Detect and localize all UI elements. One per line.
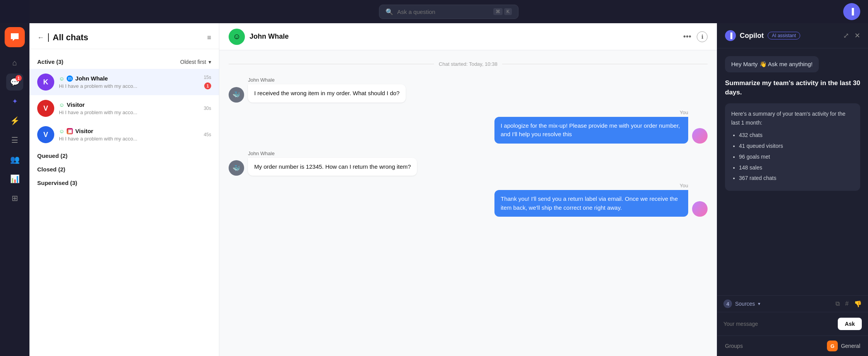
avatar: 🐳 (229, 87, 244, 103)
supervised-section-label: Supervised (3) (37, 180, 77, 186)
list-item: 41 queued visitors (739, 142, 854, 151)
chat-window: ☺ John Whale ••• ℹ Chat started: Today, … (219, 23, 717, 356)
home-icon: ⌂ (12, 58, 17, 67)
response-list: 432 chats 41 queued visitors 96 goals me… (731, 131, 854, 183)
filter-icon[interactable]: ≡ (207, 34, 211, 42)
search-bar[interactable]: 🔍 ⌘ K (379, 5, 518, 19)
copy-icon[interactable]: ⧉ (835, 300, 840, 307)
search-input[interactable] (397, 9, 489, 15)
groups-label: Groups (725, 343, 743, 349)
copilot-header: ▐ Copilot AI assistant ⤢ ✕ (717, 23, 868, 48)
instagram-icon: ▣ (67, 128, 73, 134)
message-bubble: I received the wrong item in my order. W… (248, 84, 406, 103)
chat-time: 15s (204, 75, 211, 80)
chat-list-title: All chats (53, 33, 88, 43)
list-item: 432 chats (739, 131, 854, 140)
message-bubble: My order number is 12345. How can I retu… (248, 158, 417, 176)
copilot-title: Copilot (740, 32, 764, 40)
sources-bar: 4 Sources ▾ ⧉ # 👎 (717, 295, 868, 312)
message-row: You I apologize for the mix-up! Please p… (229, 110, 708, 144)
ask-button[interactable]: Ask (838, 318, 862, 330)
avatar: V (37, 126, 54, 143)
magic-icon: ✦ (12, 97, 18, 106)
closed-section-label: Closed (2) (37, 166, 65, 173)
chat-preview: Hi I have a problem with my acco... (59, 136, 199, 142)
general-badge: G (827, 341, 838, 351)
copilot-input-area: Ask (717, 312, 868, 335)
search-shortcut: ⌘ K (493, 8, 512, 15)
smiley-icon: ☺ (59, 128, 64, 134)
response-intro: Here's a summary of your team's activity… (731, 111, 846, 126)
message-row: 🐳 John Whale My order number is 12345. H… (229, 151, 708, 176)
apps-icon: ⊞ (12, 193, 18, 203)
sidebar-item-archive[interactable]: ☰ (6, 132, 23, 149)
bolt-icon: ⚡ (10, 116, 20, 125)
copilot-message-input[interactable] (723, 321, 834, 327)
chat-name: John Whale (75, 75, 108, 82)
active-section-label: Active (3) (37, 58, 64, 65)
chat-started-label: Chat started: Today, 10:38 (229, 61, 708, 67)
avatar: V (37, 100, 54, 117)
app-logo[interactable] (5, 27, 25, 47)
copilot-footer: Groups G General (717, 335, 868, 356)
more-options-button[interactable]: ••• (683, 32, 691, 41)
message-row: You Thank you! I'll send you a return la… (229, 183, 708, 217)
expand-button[interactable]: ⤢ (843, 31, 849, 40)
chat-item-john-whale[interactable]: K ☺ m John Whale Hi I have a problem wit… (29, 69, 219, 95)
chat-preview: Hi I have a problem with my acco... (59, 110, 199, 115)
chat-item-visitor-2[interactable]: V ☺ ▣ Visitor Hi I have a problem with m… (29, 122, 219, 148)
message-bubble: I apologize for the mix-up! Please provi… (494, 117, 688, 144)
sources-label: Sources (735, 301, 755, 307)
chat-item-visitor-1[interactable]: V ☺ Visitor Hi I have a problem with my … (29, 95, 219, 122)
user-status-avatar: ☺ (229, 29, 245, 45)
chat-name: Visitor (67, 101, 84, 108)
copilot-response: Here's a summary of your team's activity… (725, 103, 860, 191)
info-button[interactable]: ℹ (697, 31, 708, 42)
sidebar-item-apps[interactable]: ⊞ (6, 190, 23, 207)
list-item: 367 rated chats (739, 174, 854, 183)
avatar[interactable]: ▐ (843, 3, 860, 20)
chat-list-header: ← All chats ≡ (29, 23, 219, 49)
avatar: 🐳 (229, 160, 244, 176)
list-item: 96 goals met (739, 152, 854, 162)
chat-badge: 1 (16, 75, 22, 81)
sources-chevron-icon[interactable]: ▾ (758, 301, 760, 306)
avatar (692, 201, 708, 217)
sidebar-item-magic[interactable]: ✦ (6, 93, 23, 110)
sidebar-item-users[interactable]: 👥 (6, 151, 23, 168)
chevron-down-icon: ▾ (208, 59, 211, 65)
copilot-user-question: Summarize my team's activity in the last… (725, 79, 860, 97)
sidebar-item-chats[interactable]: 💬 1 (6, 74, 23, 91)
chat-messages: Chat started: Today, 10:38 🐳 John Whale … (219, 50, 717, 356)
copilot-panel: ▐ Copilot AI assistant ⤢ ✕ Hey Marty 👋 A… (717, 23, 868, 356)
hashtag-icon[interactable]: # (845, 300, 849, 307)
copilot-body: Hey Marty 👋 Ask me anything! Summarize m… (717, 48, 868, 295)
message-row: 🐳 John Whale I received the wrong item i… (229, 77, 708, 103)
sidebar: ⌂ 💬 1 ✦ ⚡ ☰ 👥 📊 ⊞ (0, 23, 29, 356)
search-icon: 🔍 (386, 8, 393, 15)
chat-preview: Hi I have a problem with my acco... (59, 83, 199, 89)
copilot-icon: ▐ (725, 30, 736, 41)
sidebar-item-home[interactable]: ⌂ (6, 54, 23, 71)
sort-button[interactable]: Oldest first ▾ (180, 59, 211, 65)
sources-count: 4 (723, 300, 732, 308)
chat-name: Visitor (75, 128, 93, 134)
close-copilot-button[interactable]: ✕ (854, 31, 860, 40)
chat-time: 30s (204, 106, 211, 111)
chat-list-panel: ← All chats ≡ Active (3) Oldest first ▾ … (29, 23, 219, 356)
thumbsdown-icon[interactable]: 👎 (854, 300, 862, 308)
avatar (692, 128, 708, 144)
smiley-icon: ☺ (59, 75, 64, 82)
archive-icon: ☰ (11, 135, 18, 145)
avatar: K (37, 74, 54, 91)
chart-icon: 📊 (10, 174, 20, 183)
back-arrow-icon[interactable]: ← (37, 34, 44, 42)
general-label: General (841, 343, 860, 349)
sidebar-item-bolt[interactable]: ⚡ (6, 112, 23, 129)
sidebar-item-chart[interactable]: 📊 (6, 170, 23, 187)
queued-section-label: Queued (2) (37, 152, 67, 159)
users-icon: 👥 (10, 155, 20, 164)
messenger-icon: m (67, 75, 73, 82)
chat-time: 45s (204, 132, 211, 137)
sort-label: Oldest first (180, 59, 206, 65)
